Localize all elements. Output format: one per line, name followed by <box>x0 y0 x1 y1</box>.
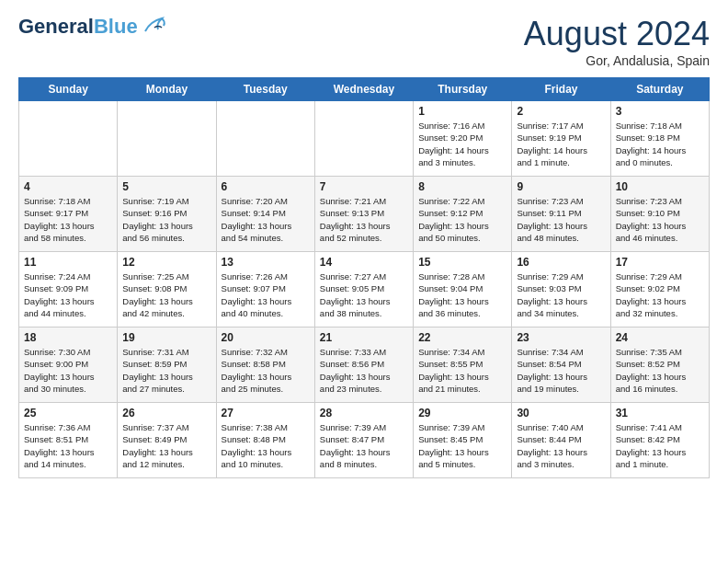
day-info: Sunrise: 7:31 AM Sunset: 8:59 PM Dayligh… <box>122 346 210 395</box>
week-row-2: 4Sunrise: 7:18 AM Sunset: 9:17 PM Daylig… <box>19 177 710 252</box>
day-info: Sunrise: 7:32 AM Sunset: 8:58 PM Dayligh… <box>222 346 310 395</box>
day-number: 29 <box>418 407 506 419</box>
table-row: 18Sunrise: 7:30 AM Sunset: 9:00 PM Dayli… <box>19 327 118 403</box>
day-number: 9 <box>517 180 605 193</box>
table-row <box>314 101 413 177</box>
day-number: 5 <box>122 180 210 193</box>
day-number: 22 <box>418 331 506 344</box>
day-info: Sunrise: 7:41 AM Sunset: 8:42 PM Dayligh… <box>616 421 704 470</box>
col-thursday: Thursday <box>414 78 512 101</box>
day-number: 12 <box>122 256 210 269</box>
week-row-5: 25Sunrise: 7:36 AM Sunset: 8:51 PM Dayli… <box>19 403 710 478</box>
calendar-table: Sunday Monday Tuesday Wednesday Thursday… <box>18 77 710 478</box>
day-info: Sunrise: 7:29 AM Sunset: 9:03 PM Dayligh… <box>517 270 605 319</box>
header-row: Sunday Monday Tuesday Wednesday Thursday… <box>19 78 710 101</box>
table-row: 9Sunrise: 7:23 AM Sunset: 9:11 PM Daylig… <box>512 177 610 252</box>
table-row: 14Sunrise: 7:27 AM Sunset: 9:05 PM Dayli… <box>314 252 413 327</box>
day-info: Sunrise: 7:21 AM Sunset: 9:13 PM Dayligh… <box>320 195 408 244</box>
table-row <box>118 101 216 177</box>
day-info: Sunrise: 7:28 AM Sunset: 9:04 PM Dayligh… <box>418 270 506 319</box>
day-number: 18 <box>24 331 112 344</box>
table-row: 26Sunrise: 7:37 AM Sunset: 8:49 PM Dayli… <box>118 403 216 478</box>
table-row: 11Sunrise: 7:24 AM Sunset: 9:09 PM Dayli… <box>19 252 118 327</box>
table-row: 31Sunrise: 7:41 AM Sunset: 8:42 PM Dayli… <box>610 403 709 478</box>
day-number: 26 <box>122 407 210 419</box>
day-info: Sunrise: 7:23 AM Sunset: 9:10 PM Dayligh… <box>616 195 704 244</box>
logo-bird-icon <box>142 15 167 39</box>
day-number: 21 <box>320 331 408 344</box>
day-info: Sunrise: 7:38 AM Sunset: 8:48 PM Dayligh… <box>222 421 310 470</box>
day-info: Sunrise: 7:34 AM Sunset: 8:54 PM Dayligh… <box>517 346 605 395</box>
table-row: 22Sunrise: 7:34 AM Sunset: 8:55 PM Dayli… <box>414 327 512 403</box>
table-row: 16Sunrise: 7:29 AM Sunset: 9:03 PM Dayli… <box>512 252 610 327</box>
day-number: 3 <box>616 105 704 118</box>
location: Gor, Andalusia, Spain <box>524 53 710 68</box>
table-row: 2Sunrise: 7:17 AM Sunset: 9:19 PM Daylig… <box>512 101 610 177</box>
day-number: 10 <box>616 180 704 193</box>
col-sunday: Sunday <box>19 78 118 101</box>
day-number: 15 <box>418 256 506 269</box>
day-info: Sunrise: 7:20 AM Sunset: 9:14 PM Dayligh… <box>222 195 310 244</box>
day-info: Sunrise: 7:39 AM Sunset: 8:47 PM Dayligh… <box>320 421 408 470</box>
table-row: 30Sunrise: 7:40 AM Sunset: 8:44 PM Dayli… <box>512 403 610 478</box>
table-row <box>19 101 118 177</box>
day-number: 1 <box>418 105 506 118</box>
col-saturday: Saturday <box>610 78 709 101</box>
day-info: Sunrise: 7:17 AM Sunset: 9:19 PM Dayligh… <box>517 120 605 168</box>
table-row: 20Sunrise: 7:32 AM Sunset: 8:58 PM Dayli… <box>216 327 314 403</box>
day-info: Sunrise: 7:29 AM Sunset: 9:02 PM Dayligh… <box>616 270 704 319</box>
day-number: 13 <box>222 256 310 269</box>
week-row-4: 18Sunrise: 7:30 AM Sunset: 9:00 PM Dayli… <box>19 327 710 403</box>
day-info: Sunrise: 7:24 AM Sunset: 9:09 PM Dayligh… <box>24 270 112 319</box>
table-row: 29Sunrise: 7:39 AM Sunset: 8:45 PM Dayli… <box>414 403 512 478</box>
table-row <box>216 101 314 177</box>
day-number: 8 <box>418 180 506 193</box>
day-number: 11 <box>24 256 112 269</box>
table-row: 4Sunrise: 7:18 AM Sunset: 9:17 PM Daylig… <box>19 177 118 252</box>
table-row: 25Sunrise: 7:36 AM Sunset: 8:51 PM Dayli… <box>19 403 118 478</box>
day-info: Sunrise: 7:34 AM Sunset: 8:55 PM Dayligh… <box>418 346 506 395</box>
day-info: Sunrise: 7:35 AM Sunset: 8:52 PM Dayligh… <box>616 346 704 395</box>
day-info: Sunrise: 7:39 AM Sunset: 8:45 PM Dayligh… <box>418 421 506 470</box>
day-info: Sunrise: 7:30 AM Sunset: 9:00 PM Dayligh… <box>24 346 112 395</box>
day-info: Sunrise: 7:18 AM Sunset: 9:18 PM Dayligh… <box>616 120 704 168</box>
page: GeneralBlue August 2024 Gor, Andalusia, … <box>0 0 728 488</box>
table-row: 27Sunrise: 7:38 AM Sunset: 8:48 PM Dayli… <box>216 403 314 478</box>
day-number: 23 <box>517 331 605 344</box>
table-row: 23Sunrise: 7:34 AM Sunset: 8:54 PM Dayli… <box>512 327 610 403</box>
day-info: Sunrise: 7:19 AM Sunset: 9:16 PM Dayligh… <box>122 195 210 244</box>
day-info: Sunrise: 7:25 AM Sunset: 9:08 PM Dayligh… <box>122 270 210 319</box>
day-number: 19 <box>122 331 210 344</box>
week-row-3: 11Sunrise: 7:24 AM Sunset: 9:09 PM Dayli… <box>19 252 710 327</box>
table-row: 17Sunrise: 7:29 AM Sunset: 9:02 PM Dayli… <box>610 252 709 327</box>
logo-general: GeneralBlue <box>18 15 138 39</box>
day-info: Sunrise: 7:36 AM Sunset: 8:51 PM Dayligh… <box>24 421 112 470</box>
table-row: 24Sunrise: 7:35 AM Sunset: 8:52 PM Dayli… <box>610 327 709 403</box>
day-number: 4 <box>24 180 112 193</box>
day-info: Sunrise: 7:40 AM Sunset: 8:44 PM Dayligh… <box>517 421 605 470</box>
col-tuesday: Tuesday <box>216 78 314 101</box>
table-row: 15Sunrise: 7:28 AM Sunset: 9:04 PM Dayli… <box>414 252 512 327</box>
table-row: 21Sunrise: 7:33 AM Sunset: 8:56 PM Dayli… <box>314 327 413 403</box>
day-info: Sunrise: 7:22 AM Sunset: 9:12 PM Dayligh… <box>418 195 506 244</box>
table-row: 13Sunrise: 7:26 AM Sunset: 9:07 PM Dayli… <box>216 252 314 327</box>
day-number: 6 <box>222 180 310 193</box>
day-info: Sunrise: 7:26 AM Sunset: 9:07 PM Dayligh… <box>222 270 310 319</box>
col-monday: Monday <box>118 78 216 101</box>
table-row: 12Sunrise: 7:25 AM Sunset: 9:08 PM Dayli… <box>118 252 216 327</box>
table-row: 1Sunrise: 7:16 AM Sunset: 9:20 PM Daylig… <box>414 101 512 177</box>
day-info: Sunrise: 7:23 AM Sunset: 9:11 PM Dayligh… <box>517 195 605 244</box>
col-friday: Friday <box>512 78 610 101</box>
header: GeneralBlue August 2024 Gor, Andalusia, … <box>18 15 710 68</box>
day-number: 25 <box>24 407 112 419</box>
week-row-1: 1Sunrise: 7:16 AM Sunset: 9:20 PM Daylig… <box>19 101 710 177</box>
day-number: 20 <box>222 331 310 344</box>
col-wednesday: Wednesday <box>314 78 413 101</box>
day-info: Sunrise: 7:37 AM Sunset: 8:49 PM Dayligh… <box>122 421 210 470</box>
logo: GeneralBlue <box>18 15 167 39</box>
day-number: 27 <box>222 407 310 419</box>
table-row: 19Sunrise: 7:31 AM Sunset: 8:59 PM Dayli… <box>118 327 216 403</box>
day-number: 14 <box>320 256 408 269</box>
table-row: 10Sunrise: 7:23 AM Sunset: 9:10 PM Dayli… <box>610 177 709 252</box>
day-number: 30 <box>517 407 605 419</box>
